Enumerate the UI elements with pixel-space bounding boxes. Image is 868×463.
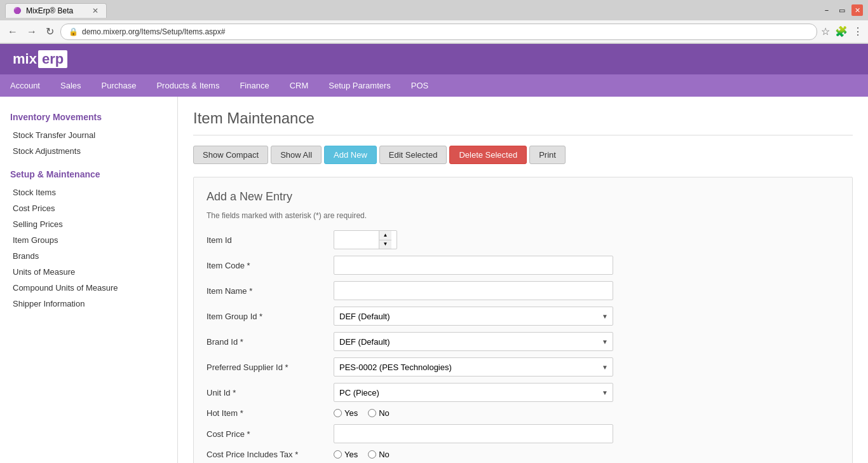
tab-close-btn[interactable]: ✕: [92, 6, 98, 15]
label-item-group-id: Item Group Id *: [207, 312, 334, 321]
sidebar-item-brands[interactable]: Brands: [0, 248, 177, 264]
label-cost-price: Cost Price *: [207, 429, 334, 439]
form-row-item-code: Item Code *: [207, 256, 839, 275]
nav-item-setup-paramters[interactable]: Setup Paramters: [318, 74, 401, 97]
nav-item-sales[interactable]: Sales: [50, 74, 92, 97]
item-id-up-btn[interactable]: ▲: [379, 231, 391, 240]
sidebar-item-selling-prices[interactable]: Selling Prices: [0, 216, 177, 232]
form-required-note: The fields marked with asterisk (*) are …: [207, 211, 839, 220]
item-group-id-select-wrapper: DEF (Default) ▼: [334, 307, 613, 326]
sidebar-item-item-groups[interactable]: Item Groups: [0, 232, 177, 248]
app-header: mix erp: [0, 44, 868, 74]
brand-id-select-wrapper: DEF (Default) ▼: [334, 332, 613, 351]
logo-mix: mix: [13, 51, 37, 67]
menu-btn[interactable]: ⋮: [853, 25, 863, 38]
unit-id-select-wrapper: PC (Piece) ▼: [334, 383, 613, 402]
close-btn[interactable]: ✕: [851, 4, 863, 16]
maximize-btn[interactable]: ▭: [836, 4, 848, 16]
label-hot-item: Hot Item *: [207, 408, 334, 418]
form-row-cost-price: Cost Price *: [207, 424, 839, 443]
show-compact-button[interactable]: Show Compact: [193, 146, 268, 164]
label-unit-id: Unit Id *: [207, 388, 334, 397]
sidebar-section-inventory-movements: Inventory Movements: [0, 107, 177, 127]
print-button[interactable]: Print: [529, 146, 566, 164]
sidebar-item-compound-units-of-measure[interactable]: Compound Units of Measure: [0, 280, 177, 296]
nav-item-products-items[interactable]: Products & Items: [146, 74, 229, 97]
content-area: Inventory Movements Stock Transfer Journ…: [0, 97, 868, 463]
show-all-button[interactable]: Show All: [271, 146, 322, 164]
add-new-button[interactable]: Add New: [324, 146, 377, 164]
url-text: demo.mixerp.org/Items/Setup/Items.aspx#: [82, 27, 225, 36]
form-row-brand-id: Brand Id * DEF (Default) ▼: [207, 332, 839, 351]
browser-titlebar: 🟣 MixErp® Beta ✕ − ▭ ✕: [0, 0, 868, 20]
item-id-spinner: ▲ ▼: [334, 230, 397, 249]
window-controls: − ▭ ✕: [821, 4, 863, 16]
page-title: Item Maintenance: [193, 109, 853, 135]
browser-tab[interactable]: 🟣 MixErp® Beta ✕: [5, 3, 107, 18]
item-name-input[interactable]: [334, 281, 613, 300]
cost-price-includes-tax-yes-label[interactable]: Yes: [334, 450, 358, 459]
nav-item-account[interactable]: Account: [0, 74, 50, 97]
sidebar-item-stock-adjustments[interactable]: Stock Adjustments: [0, 143, 177, 159]
item-code-input[interactable]: [334, 256, 613, 275]
sidebar-item-cost-prices[interactable]: Cost Prices: [0, 200, 177, 216]
delete-selected-button[interactable]: Delete Selected: [449, 146, 527, 164]
item-id-input[interactable]: [334, 235, 379, 245]
sidebar-item-stock-transfer-journal[interactable]: Stock Transfer Journal: [0, 127, 177, 143]
item-id-down-btn[interactable]: ▼: [379, 240, 391, 249]
hot-item-yes-radio[interactable]: [334, 409, 342, 417]
form-row-unit-id: Unit Id * PC (Piece) ▼: [207, 383, 839, 402]
hot-item-no-radio[interactable]: [368, 409, 376, 417]
cost-price-includes-tax-radio-group: Yes No: [334, 450, 390, 459]
label-cost-price-includes-tax: Cost Price Includes Tax *: [207, 450, 334, 459]
sidebar-section-setup-maintenance: Setup & Maintenance: [0, 164, 177, 184]
main-content: Item Maintenance Show Compact Show All A…: [178, 97, 868, 463]
item-group-id-select[interactable]: DEF (Default): [334, 307, 613, 326]
cost-price-includes-tax-no-label[interactable]: No: [368, 450, 390, 459]
sidebar-item-stock-items[interactable]: Stock Items: [0, 184, 177, 200]
extensions-btn[interactable]: 🧩: [835, 25, 848, 38]
reload-btn[interactable]: ↻: [43, 24, 57, 39]
nav-menu: Account Sales Purchase Products & Items …: [0, 74, 868, 97]
form-row-item-id: Item Id ▲ ▼: [207, 230, 839, 249]
edit-selected-button[interactable]: Edit Selected: [379, 146, 447, 164]
unit-id-select[interactable]: PC (Piece): [334, 383, 613, 402]
form-panel-title: Add a New Entry: [207, 190, 839, 204]
preferred-supplier-id-select[interactable]: PES-0002 (PES Technologies): [334, 357, 613, 377]
label-item-id: Item Id: [207, 235, 334, 245]
cost-price-includes-tax-no-radio[interactable]: [368, 450, 376, 459]
nav-item-purchase[interactable]: Purchase: [92, 74, 147, 97]
toolbar: Show Compact Show All Add New Edit Selec…: [193, 146, 853, 164]
form-row-preferred-supplier-id: Preferred Supplier Id * PES-0002 (PES Te…: [207, 357, 839, 377]
minimize-btn[interactable]: −: [821, 4, 832, 16]
nav-item-crm[interactable]: CRM: [280, 74, 319, 97]
nav-item-finance[interactable]: Finance: [229, 74, 279, 97]
forward-btn[interactable]: →: [24, 25, 39, 39]
sidebar-item-shipper-information[interactable]: Shipper Information: [0, 296, 177, 312]
preferred-supplier-id-select-wrapper: PES-0002 (PES Technologies) ▼: [334, 357, 613, 377]
browser-toolbar: ← → ↻ 🔒 demo.mixerp.org/Items/Setup/Item…: [0, 20, 868, 43]
hot-item-radio-group: Yes No: [334, 408, 390, 418]
hot-item-no-label[interactable]: No: [368, 408, 390, 418]
hot-item-yes-label[interactable]: Yes: [334, 408, 358, 418]
label-item-name: Item Name *: [207, 286, 334, 296]
tab-favicon: 🟣: [13, 7, 21, 14]
address-bar[interactable]: 🔒 demo.mixerp.org/Items/Setup/Items.aspx…: [60, 24, 817, 40]
nav-item-pos[interactable]: POS: [401, 74, 438, 97]
logo-erp: erp: [38, 50, 67, 68]
form-panel: Add a New Entry The fields marked with a…: [193, 177, 853, 463]
browser-icons: ☆ 🧩 ⋮: [821, 25, 863, 38]
tab-title: MixErp® Beta: [26, 6, 73, 15]
back-btn[interactable]: ←: [5, 25, 20, 39]
sidebar: Inventory Movements Stock Transfer Journ…: [0, 97, 178, 463]
browser-chrome: 🟣 MixErp® Beta ✕ − ▭ ✕ ← → ↻ 🔒 demo.mixe…: [0, 0, 868, 44]
cost-price-input[interactable]: [334, 424, 613, 443]
sidebar-item-units-of-measure[interactable]: Units of Measure: [0, 264, 177, 280]
cost-price-includes-tax-yes-radio[interactable]: [334, 450, 342, 459]
label-brand-id: Brand Id *: [207, 337, 334, 347]
form-row-cost-price-includes-tax: Cost Price Includes Tax * Yes No: [207, 450, 839, 459]
brand-id-select[interactable]: DEF (Default): [334, 332, 613, 351]
item-id-spinner-btns: ▲ ▼: [379, 231, 391, 249]
form-row-item-group-id: Item Group Id * DEF (Default) ▼: [207, 307, 839, 326]
bookmark-btn[interactable]: ☆: [821, 25, 830, 38]
